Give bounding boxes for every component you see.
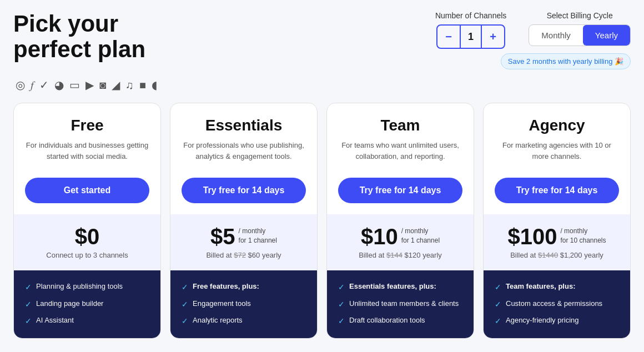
plan-desc-team: For teams who want unlimited users, coll… [338,140,462,167]
check-icon: ✓ [182,282,188,293]
social-icons-row: ◎ 𝑓 ✓ ◕ ▭ ▶ ◙ ◢ ♫ ■ ◖ [13,78,631,92]
twitter-icon: ✓ [39,78,49,92]
cta-agency[interactable]: Try free for 14 days [495,178,619,203]
instagram-icon: ◎ [16,78,25,92]
channels-stepper: − 1 + [436,24,505,49]
price-agency: $100 [507,225,557,248]
feature-item: ✓ Agency-friendly pricing [495,315,619,327]
check-icon: ✓ [25,299,32,310]
billing-label: Select Billing Cycle [547,11,613,20]
cta-free[interactable]: Get started [25,178,149,203]
facebook-icon: 𝑓 [31,79,34,92]
pricing-free: $0 Connect up to 3 channels [14,214,160,270]
feature-item: ✓ Free features, plus: [182,281,306,293]
feature-item: ✓ AI Assistant [25,315,149,327]
channels-value: 1 [460,26,482,48]
check-icon: ✓ [495,282,501,293]
price-essentials: $5 [210,225,235,248]
linkedin-icon: ▭ [69,78,80,92]
feature-item: ✓ Draft collaboration tools [338,315,462,327]
feature-item: ✓ Team features, plus: [495,281,619,293]
plan-name-free: Free [71,117,103,134]
shopify-icon: ◢ [112,78,120,92]
check-icon: ✓ [495,316,501,327]
features-team: ✓ Essentials features, plus: ✓ Unlimited… [327,270,474,338]
pricing-essentials: $5 / monthly for 1 channel Billed at $72… [170,214,317,270]
check-icon: ✓ [25,282,32,293]
plans-grid: Free For individuals and businesses gett… [13,103,631,339]
cta-team[interactable]: Try free for 14 days [338,178,462,203]
check-icon: ✓ [338,299,345,310]
check-icon: ✓ [182,299,188,310]
price-details-agency: / monthly for 10 channels [560,227,606,248]
billing-yearly[interactable]: Yearly [583,25,630,46]
billing-note-essentials: Billed at $72 $60 yearly [182,251,306,259]
price-details-team: / monthly for 1 channel [401,227,440,248]
channels-label: Number of Channels [435,11,506,20]
cta-essentials[interactable]: Try free for 14 days [182,178,306,203]
feature-item: ✓ Custom access & permissions [495,299,619,310]
decrement-button[interactable]: − [437,26,460,48]
check-icon: ✓ [338,282,345,293]
increment-button[interactable]: + [482,26,504,48]
plan-desc-agency: For marketing agencies with 10 or more c… [495,140,619,167]
feature-item: ✓ Planning & publishing tools [25,281,149,293]
check-icon: ✓ [25,316,32,327]
plan-card-agency: Agency For marketing agencies with 10 or… [483,103,631,339]
plan-desc-essentials: For professionals who use publishing, an… [182,140,306,167]
plan-name-essentials: Essentials [205,117,283,134]
features-agency: ✓ Team features, plus: ✓ Custom access &… [484,270,630,338]
features-essentials: ✓ Free features, plus: ✓ Engagement tool… [170,270,317,338]
plan-name-team: Team [380,117,420,134]
mastodon-icon: ◖ [152,78,158,92]
billing-toggle: Monthly Yearly [529,24,631,46]
check-icon: ✓ [182,316,188,327]
feature-item: ✓ Unlimited team members & clients [338,299,462,310]
plan-card-essentials: Essentials For professionals who use pub… [170,103,318,339]
youtube-icon: ▶ [85,78,94,92]
feature-item: ✓ Landing page builder [25,299,149,310]
threads-icon: ◙ [99,79,106,92]
billing-note-agency: Billed at $1440 $1,200 yearly [495,251,619,259]
billing-monthly[interactable]: Monthly [529,25,583,46]
check-icon: ✓ [338,316,345,327]
plan-card-team: Team For teams who want unlimited users,… [326,103,474,339]
billing-note-free: Connect up to 3 channels [25,251,149,259]
buffer-icon: ■ [139,79,146,92]
price-details-essentials: / monthly for 1 channel [239,227,277,248]
check-icon: ✓ [495,299,501,310]
price-team: $10 [361,225,398,248]
plan-name-agency: Agency [529,117,585,134]
feature-item: ✓ Essentials features, plus: [338,281,462,293]
tiktok-icon: ♫ [125,79,134,92]
features-free: ✓ Planning & publishing tools ✓ Landing … [14,270,160,338]
feature-item: ✓ Analytic reports [182,315,306,327]
save-badge: Save 2 months with yearly billing 🎉 [501,53,631,69]
feature-item: ✓ Engagement tools [182,299,306,310]
plan-desc-free: For individuals and businesses getting s… [25,140,149,167]
pinterest-icon: ◕ [54,78,64,92]
pricing-agency: $100 / monthly for 10 channels Billed at… [484,214,630,270]
plan-card-free: Free For individuals and businesses gett… [13,103,161,339]
billing-note-team: Billed at $144 $120 yearly [338,251,462,259]
page-title: Pick your perfect plan [13,11,202,62]
price-free: $0 [75,225,100,248]
pricing-team: $10 / monthly for 1 channel Billed at $1… [327,214,474,270]
